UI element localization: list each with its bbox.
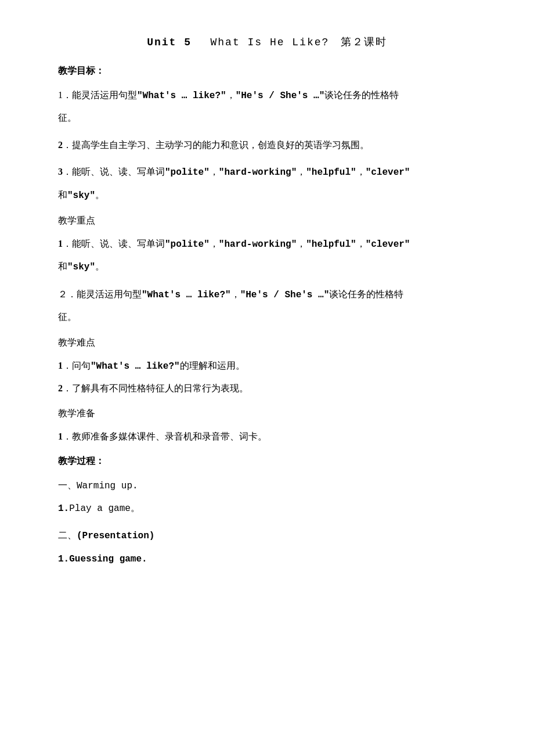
- preparation-1: 1．教师准备多媒体课件、录音机和录音带、词卡。: [58, 428, 476, 445]
- obj2-num: 2: [58, 140, 63, 150]
- title-chinese: 第２课时: [341, 36, 387, 48]
- obj3-bold2: "hard-working": [219, 167, 297, 178]
- preparations-label: 教学准备: [58, 408, 476, 420]
- key-points-section: 教学重点 1．能听、说、读、写单词"polite"，"hard-working"…: [58, 215, 476, 326]
- preparation-1-text: 1．教师准备多媒体课件、录音机和录音带、词卡。: [58, 428, 476, 445]
- warming-up-roman: 一、: [58, 480, 77, 490]
- title-english: What Is He Like?: [210, 37, 329, 48]
- obj3-bold4: "clever": [366, 167, 410, 178]
- play-game-en: Play a game: [69, 503, 131, 514]
- key-point-2-continuation: 征。: [58, 308, 476, 326]
- difficulties-section: 教学难点 1．问句"What's … like?"的理解和运用。 2．了解具有不…: [58, 337, 476, 398]
- kp2-bold2: "He's / She's …": [240, 290, 330, 300]
- key-point-1: 1．能听、说、读、写单词"polite"，"hard-working"，"hel…: [58, 235, 476, 276]
- obj1-bold1: "What's … like?": [137, 91, 226, 101]
- kp1-num: 1: [58, 239, 63, 249]
- warming-up-text: 一、Warming up.: [58, 477, 476, 495]
- objective-3-continuation: 和"sky"。: [58, 186, 476, 204]
- kp2-num: ２: [58, 289, 67, 299]
- guessing-num: 1: [58, 554, 64, 564]
- guessing-dot: .: [64, 554, 70, 564]
- difficulties-label: 教学难点: [58, 337, 476, 349]
- obj3-num: 3: [58, 167, 63, 177]
- objective-1-text: 1．能灵活运用句型"What's … like?"，"He's / She's …: [58, 87, 476, 105]
- obj3-bold3: "helpful": [306, 167, 356, 178]
- difficulty-2-text: 2．了解具有不同性格特征人的日常行为表现。: [58, 380, 476, 397]
- kp1-bold3: "helpful": [306, 239, 356, 250]
- preparations-section: 教学准备 1．教师准备多媒体课件、录音机和录音带、词卡。: [58, 408, 476, 445]
- objective-2: 2．提高学生自主学习、主动学习的能力和意识，创造良好的英语学习氛围。: [58, 136, 476, 154]
- guessing-en: Guessing game.: [69, 554, 147, 564]
- obj3-bold5: "sky": [67, 190, 95, 201]
- key-point-1-continuation: 和"sky"。: [58, 258, 476, 276]
- d1-bold: "What's … like?": [91, 361, 180, 372]
- objective-3: 3．能听、说、读、写单词"polite"，"hard-working"，"hel…: [58, 163, 476, 204]
- difficulty-1-text: 1．问句"What's … like?"的理解和运用。: [58, 357, 476, 375]
- objective-1-continuation: 征。: [58, 109, 476, 127]
- kp2-bold1: "What's … like?": [142, 290, 231, 300]
- process-section: 教学过程： 一、Warming up. 1.Play a game。 二、(Pr…: [58, 455, 476, 568]
- objective-3-text: 3．能听、说、读、写单词"polite"，"hard-working"，"hel…: [58, 163, 476, 181]
- obj3-bold1: "polite": [165, 167, 210, 178]
- objective-2-text: 2．提高学生自主学习、主动学习的能力和意识，创造良好的英语学习氛围。: [58, 136, 476, 154]
- kp1-bold5: "sky": [67, 262, 95, 272]
- difficulty-2: 2．了解具有不同性格特征人的日常行为表现。: [58, 380, 476, 397]
- difficulty-1: 1．问句"What's … like?"的理解和运用。: [58, 357, 476, 375]
- prep1-num: 1: [58, 431, 63, 441]
- objectives-section: 教学目标： 1．能灵活运用句型"What's … like?"，"He's / …: [58, 65, 476, 204]
- obj1-num: 1: [58, 90, 63, 100]
- warming-up-en: Warming up.: [77, 481, 138, 491]
- key-point-1-text: 1．能听、说、读、写单词"polite"，"hard-working"，"hel…: [58, 235, 476, 253]
- d1-num: 1: [58, 361, 63, 370]
- guessing-game-text: 1.Guessing game.: [58, 550, 476, 568]
- title-unit: Unit 5: [147, 37, 192, 48]
- objective-1: 1．能灵活运用句型"What's … like?"，"He's / She's …: [58, 87, 476, 127]
- process-presentation: 二、(Presentation): [58, 527, 476, 545]
- kp1-bold1: "polite": [165, 239, 210, 250]
- play-game-text: 1.Play a game。: [58, 499, 476, 517]
- play-game-num: 1: [58, 503, 64, 514]
- obj1-bold2: "He's / She's …": [236, 91, 325, 101]
- key-point-2: ２．能灵活运用句型"What's … like?"，"He's / She's …: [58, 286, 476, 326]
- objectives-label: 教学目标：: [58, 65, 476, 77]
- process-play-game: 1.Play a game。: [58, 499, 476, 517]
- process-warming-up: 一、Warming up.: [58, 477, 476, 495]
- presentation-label-text: 二、(Presentation): [58, 527, 476, 545]
- process-guessing-game: 1.Guessing game.: [58, 550, 476, 568]
- d2-num: 2: [58, 383, 63, 393]
- kp1-bold2: "hard-working": [219, 239, 297, 250]
- page-content: Unit 5 What Is He Like? 第２课时 教学目标： 1．能灵活…: [0, 0, 534, 612]
- presentation-roman: 二、: [58, 530, 77, 540]
- page-title: Unit 5 What Is He Like? 第２课时: [58, 35, 476, 49]
- process-label: 教学过程：: [58, 455, 476, 467]
- kp1-bold4: "clever": [366, 239, 410, 250]
- key-points-label: 教学重点: [58, 215, 476, 227]
- play-game-dot: .: [64, 503, 70, 514]
- key-point-2-text: ２．能灵活运用句型"What's … like?"，"He's / She's …: [58, 286, 476, 304]
- presentation-en: (Presentation): [77, 531, 154, 541]
- play-game-zh-end: 。: [131, 503, 140, 513]
